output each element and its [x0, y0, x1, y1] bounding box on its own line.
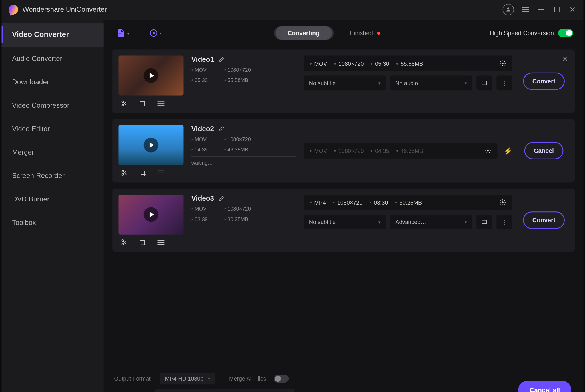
output-duration: 03:30 — [369, 199, 388, 206]
video-card: ✕ Video1 — [112, 49, 575, 113]
crop-icon[interactable] — [139, 169, 146, 176]
close-icon[interactable]: ✕ — [569, 6, 576, 13]
gear-icon[interactable] — [484, 147, 491, 154]
svg-rect-13 — [157, 101, 164, 102]
sidebar: Video Converter Audio Converter Download… — [2, 20, 104, 392]
svg-rect-21 — [157, 173, 164, 173]
tab-converting[interactable]: Converting — [275, 26, 332, 40]
svg-point-10 — [153, 32, 155, 34]
effect-icon[interactable] — [157, 100, 164, 107]
video-thumbnail[interactable] — [118, 195, 183, 235]
remove-icon[interactable]: ✕ — [562, 55, 568, 63]
source-duration: 03:39 — [191, 216, 208, 222]
video-thumbnail[interactable] — [118, 56, 183, 96]
svg-rect-26 — [157, 240, 164, 241]
audio-select[interactable]: Advanced…▾ — [390, 215, 472, 229]
output-settings[interactable]: MP4 1080×720 03:30 30.25MB — [304, 195, 512, 210]
thumbnail-icon[interactable] — [476, 215, 492, 229]
svg-rect-1 — [522, 7, 529, 8]
cancel-all-button[interactable]: Cancel all — [518, 381, 571, 392]
sidebar-item-label: Toolbox — [12, 219, 36, 226]
sidebar-item-dvd-burner[interactable]: DVD Burner — [2, 188, 104, 211]
svg-point-0 — [507, 7, 509, 9]
source-format: MOV — [191, 206, 208, 212]
subtitle-select[interactable]: No subtitle▾ — [304, 75, 386, 90]
trim-icon[interactable] — [121, 100, 128, 107]
minimize-icon[interactable] — [537, 6, 545, 13]
toolbar: ▾ ▾ Converting Finished High Speed Conve… — [104, 20, 584, 46]
trim-icon[interactable] — [121, 169, 128, 176]
sidebar-item-screen-recorder[interactable]: Screen Recorder — [2, 164, 104, 188]
play-icon — [144, 68, 159, 83]
audio-select[interactable]: No audio▾ — [390, 75, 472, 90]
video-card: Video3 MOV 03:39 1080×720 30.2 — [112, 189, 575, 252]
account-icon[interactable] — [503, 4, 514, 15]
chevron-down-icon: ▾ — [127, 31, 129, 35]
more-icon[interactable]: ⋮ — [496, 215, 512, 229]
video-thumbnail[interactable] — [118, 125, 183, 165]
video-title: Video2 — [191, 125, 214, 133]
cancel-button[interactable]: Cancel — [524, 142, 564, 159]
svg-rect-3 — [522, 11, 529, 12]
high-speed-label: High Speed Conversion — [490, 29, 554, 36]
output-settings[interactable]: MOV 1080×720 04:35 46.35MB — [304, 143, 498, 159]
svg-point-29 — [502, 201, 504, 203]
chevron-down-icon: ▾ — [160, 31, 162, 35]
chevron-down-icon: ▾ — [378, 219, 381, 224]
source-format: MOV — [191, 67, 208, 73]
file-location-select[interactable]: F:\Wondershare UniConverter\Converted▾ — [155, 389, 294, 392]
chevron-down-icon: ▾ — [378, 81, 381, 85]
sidebar-item-audio-converter[interactable]: Audio Converter — [2, 47, 104, 70]
convert-button[interactable]: Convert — [523, 73, 565, 90]
source-format: MOV — [191, 136, 208, 142]
add-url-button[interactable]: ▾ — [147, 26, 164, 40]
crop-icon[interactable] — [139, 239, 146, 246]
video-title: Video3 — [191, 195, 214, 202]
sidebar-item-merger[interactable]: Merger — [2, 141, 104, 164]
tab-finished[interactable]: Finished — [350, 29, 380, 36]
thumbnail-icon[interactable] — [476, 75, 492, 90]
output-resolution: 1080×720 — [334, 147, 364, 154]
effect-icon[interactable] — [157, 169, 164, 176]
convert-button[interactable]: Convert — [523, 211, 565, 229]
source-size: 30.25MB — [224, 216, 251, 222]
gear-icon[interactable] — [499, 60, 506, 67]
sidebar-item-video-compressor[interactable]: Video Compressor — [2, 94, 104, 117]
trim-icon[interactable] — [121, 239, 128, 246]
sidebar-item-label: Downloader — [12, 78, 49, 86]
source-size: 55.58MB — [224, 77, 251, 83]
edit-icon[interactable] — [218, 126, 224, 132]
source-resolution: 1080×720 — [224, 136, 251, 142]
source-duration: 05:30 — [191, 77, 208, 83]
output-settings[interactable]: MOV 1080×720 05:30 55.58MB — [304, 56, 512, 71]
video-card: Video2 MOV 04:35 1080×720 46.3 — [112, 119, 575, 182]
edit-icon[interactable] — [218, 57, 224, 63]
merge-files-toggle[interactable] — [274, 375, 289, 382]
status-text: waiting… — [191, 160, 296, 166]
svg-rect-20 — [157, 171, 164, 171]
titlebar: Wondershare UniConverter ✕ — [2, 0, 584, 20]
sidebar-item-label: Video Editor — [12, 125, 50, 133]
effect-icon[interactable] — [157, 239, 164, 246]
more-icon[interactable]: ⋮ — [496, 75, 512, 90]
bolt-icon: ⚡ — [504, 147, 512, 155]
sidebar-item-label: Video Converter — [12, 30, 69, 39]
svg-point-16 — [502, 63, 504, 64]
edit-icon[interactable] — [218, 195, 224, 201]
gear-icon[interactable] — [499, 199, 506, 206]
output-format: MOV — [310, 147, 327, 154]
output-duration: 04:35 — [371, 147, 389, 154]
high-speed-toggle[interactable] — [558, 29, 573, 37]
subtitle-select[interactable]: No subtitle▾ — [304, 215, 386, 229]
add-file-button[interactable]: ▾ — [114, 26, 132, 40]
output-format-select[interactable]: MP4 HD 1080p▾ — [160, 373, 215, 384]
source-duration: 04:35 — [191, 147, 208, 153]
sidebar-item-downloader[interactable]: Downloader — [2, 70, 104, 94]
sidebar-item-video-editor[interactable]: Video Editor — [2, 117, 104, 141]
sidebar-item-label: Audio Converter — [12, 55, 62, 62]
sidebar-item-video-converter[interactable]: Video Converter — [2, 23, 104, 47]
crop-icon[interactable] — [139, 100, 146, 107]
menu-icon[interactable] — [522, 6, 530, 13]
maximize-icon[interactable] — [553, 6, 561, 13]
sidebar-item-toolbox[interactable]: Toolbox — [2, 211, 104, 235]
